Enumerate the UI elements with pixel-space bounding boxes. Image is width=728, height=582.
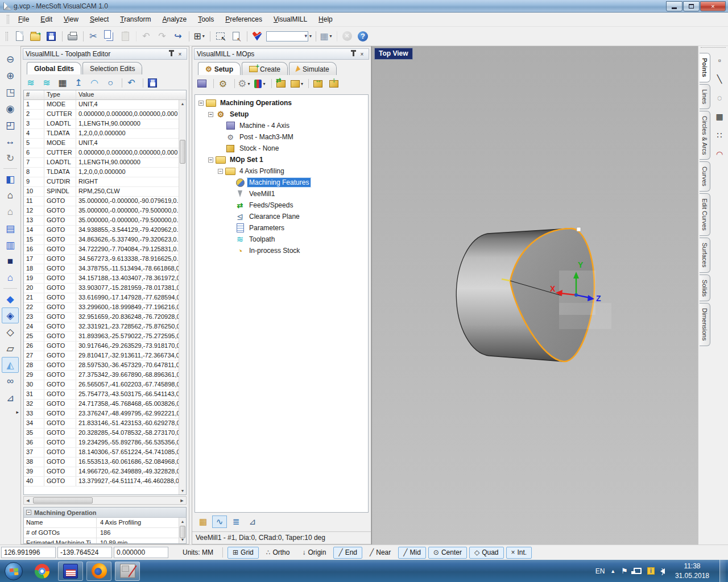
print-button[interactable] <box>65 29 80 44</box>
modeling-tab[interactable]: Lines <box>700 84 710 109</box>
machine-setup-button[interactable] <box>195 77 209 90</box>
close-button[interactable]: × <box>700 1 726 11</box>
tree-item[interactable]: − Feeds/Speeds <box>195 199 368 211</box>
pin-icon[interactable] <box>167 50 176 59</box>
table-row[interactable]: 12 GOTO 35.000000,-0.000000,-79.500000,0… <box>24 206 179 216</box>
table-row[interactable]: 32 GOTO 24.717358,-45.768468,-65.003826,… <box>24 400 179 409</box>
undo-edit-button[interactable]: ↶ <box>125 76 138 90</box>
bottom-view-icon[interactable]: ▥ <box>2 237 19 253</box>
vertex-marker[interactable] <box>577 227 581 231</box>
table-row[interactable]: 38 GOTO 16.553513,-60.061686,-52.084968,… <box>24 458 179 467</box>
save-file-button[interactable] <box>44 29 59 44</box>
menu-item[interactable]: Select <box>84 13 114 26</box>
menu-item[interactable]: Transform <box>114 13 156 26</box>
tree-item[interactable]: − Post - Mach3-MM <box>195 131 368 143</box>
expander-icon[interactable]: − <box>198 101 204 106</box>
table-row[interactable]: 2 CUTTER 0.000000,0.000000,0.000000,0.00… <box>24 110 179 119</box>
zoom-out-icon[interactable]: ⊖ <box>2 51 19 67</box>
menu-item[interactable]: Preferences <box>220 13 268 26</box>
table-row[interactable]: 39 GOTO 14.966720,-62.349889,-49.322828,… <box>24 467 179 477</box>
tree-item[interactable]: − 4 Axis Profiling <box>195 165 368 177</box>
action-center-icon[interactable]: ⚑ <box>621 567 628 575</box>
table-row[interactable]: 26 GOTO 30.917646,-29.263529,-73.918170,… <box>24 342 179 351</box>
table-row[interactable]: 10 SPINDL RPM,250,CLW <box>24 187 179 197</box>
scroll-down-icon[interactable]: ▼ <box>179 487 186 494</box>
tree-item[interactable]: − Machine - 4 Axis <box>195 120 368 131</box>
table-horizontal-scrollbar[interactable]: ◀ ▶ <box>23 496 187 505</box>
paste-button[interactable] <box>118 29 133 44</box>
properties-header[interactable]: − Machining Operation <box>24 508 186 518</box>
post-processor-button[interactable] <box>216 77 230 90</box>
align-stock-button[interactable] <box>311 77 325 90</box>
front-view-icon[interactable]: ⌂ <box>2 188 19 203</box>
visualmill-logo[interactable] <box>250 29 264 44</box>
expander-icon[interactable]: − <box>218 169 223 174</box>
mops-header[interactable]: VisualMILL - MOps × <box>194 48 369 60</box>
table-row[interactable]: 19 GOTO 34.157188,-13.403407,-78.361972,… <box>24 274 179 284</box>
table-header[interactable]: # Type Value <box>24 90 186 100</box>
open-file-button[interactable] <box>28 29 43 44</box>
stop-button[interactable] <box>340 29 354 44</box>
pin-icon[interactable] <box>349 50 358 59</box>
table-row[interactable]: 14 GOTO 34.938855,-3.544129,-79.420962,0… <box>24 226 179 235</box>
modeling-tab[interactable]: Curves <box>700 161 710 192</box>
scroll-thumb[interactable] <box>33 497 93 504</box>
table-row[interactable]: 9 CUTDIR RIGHT <box>24 177 179 187</box>
zoom-window-icon[interactable]: ◳ <box>2 84 19 100</box>
stretch-stock-button[interactable] <box>327 77 341 90</box>
properties-scrollbar[interactable]: ▲ ▼ <box>179 518 186 543</box>
scatter-points-button[interactable]: ∷ <box>713 129 726 142</box>
reorder-levels-button[interactable]: ↥ <box>72 76 85 90</box>
stock-box-button[interactable] <box>290 77 304 90</box>
table-row[interactable]: 5 MODE UNIT,4 <box>24 139 179 148</box>
tree-item[interactable]: − Machining Operations <box>195 97 368 109</box>
snap-toggle-button[interactable]: ↓ Origin <box>297 547 331 559</box>
title-bar[interactable]: g.vcp - MecSoft VisualCAM 1.0 × <box>0 0 728 13</box>
table-row[interactable]: 11 GOTO 35.000000,-0.000000,-90.079619,0… <box>24 197 179 206</box>
tab[interactable]: Simulate <box>289 62 337 75</box>
single-point-button[interactable]: ▫ <box>713 54 726 66</box>
volume-icon[interactable] <box>660 568 665 574</box>
viewport-layout-button[interactable]: ⊞ <box>192 29 206 44</box>
language-indicator[interactable]: EN <box>595 567 605 575</box>
world-axes-icon[interactable]: ⊿ <box>2 390 19 406</box>
table-row[interactable]: 35 GOTO 20.328285,-54.078532,-58.273170,… <box>24 429 179 438</box>
snap-toggle-button[interactable]: ⊙ Center <box>428 547 467 559</box>
table-row[interactable]: 20 GOTO 33.903077,-15.281959,-78.017381,… <box>24 284 179 293</box>
snap-toggle-button[interactable]: ◇ Quad <box>469 547 504 559</box>
point-grid-button[interactable]: ▦ <box>713 110 726 123</box>
tools-button[interactable] <box>253 77 267 90</box>
tree-item[interactable]: − VeeMill1 <box>195 188 368 199</box>
clock[interactable]: 11:38 31.05.2018 <box>671 562 714 580</box>
edit-toolpath-point-button[interactable]: ≋ <box>24 76 38 90</box>
maximize-button[interactable] <box>683 1 700 11</box>
modeling-tab[interactable]: Edit Curves <box>700 193 710 236</box>
redo-button[interactable]: ↷ <box>155 29 169 44</box>
grid-settings-button[interactable]: ▦ <box>318 29 333 44</box>
pan-icon[interactable]: ↔ <box>2 134 19 149</box>
table-row[interactable]: 23 GOTO 32.951659,-20.836248,-76.720928,… <box>24 313 179 322</box>
model-canvas[interactable]: X Y Z <box>372 46 698 544</box>
fillet-arc-button[interactable]: ◠ <box>88 76 101 90</box>
points-on-curve-button[interactable]: ◠ <box>713 148 726 160</box>
scroll-thumb[interactable] <box>180 140 185 164</box>
table-row[interactable]: 33 GOTO 23.376247,-48.499795,-62.992221,… <box>24 409 179 419</box>
menu-item[interactable]: Help <box>313 13 338 26</box>
expander-icon[interactable]: − <box>208 157 213 163</box>
start-button[interactable] <box>5 562 23 580</box>
copy-button[interactable] <box>102 29 117 44</box>
snap-toggle-button[interactable]: × Int. <box>506 547 532 559</box>
wireframe-display-icon[interactable]: ▱ <box>2 340 19 356</box>
table-row[interactable]: 13 GOTO 35.000000,-0.000000,-79.500000,0… <box>24 216 179 226</box>
repeat-last-button[interactable]: ↪ <box>171 29 185 44</box>
tree-item[interactable]: − Stock - None <box>195 143 368 154</box>
table-row[interactable]: 40 GOTO 13.379927,-64.511174,-46.460288,… <box>24 477 179 487</box>
rotate-view-icon[interactable]: ↻ <box>2 150 19 166</box>
viewport-3d[interactable]: X Y Z Top View <box>371 46 698 544</box>
table-row[interactable]: 30 GOTO 26.565057,-41.602203,-67.745898,… <box>24 380 179 390</box>
reverse-toolpath-button[interactable]: ≋ <box>40 76 53 90</box>
property-row[interactable]: Estimated Machining Ti 10.89 min <box>24 538 179 544</box>
load-stock-button[interactable] <box>274 77 288 90</box>
table-row[interactable]: 28 GOTO 28.597530,-36.457329,-70.647811,… <box>24 361 179 371</box>
tab[interactable]: ⚙ Setup <box>198 62 241 75</box>
